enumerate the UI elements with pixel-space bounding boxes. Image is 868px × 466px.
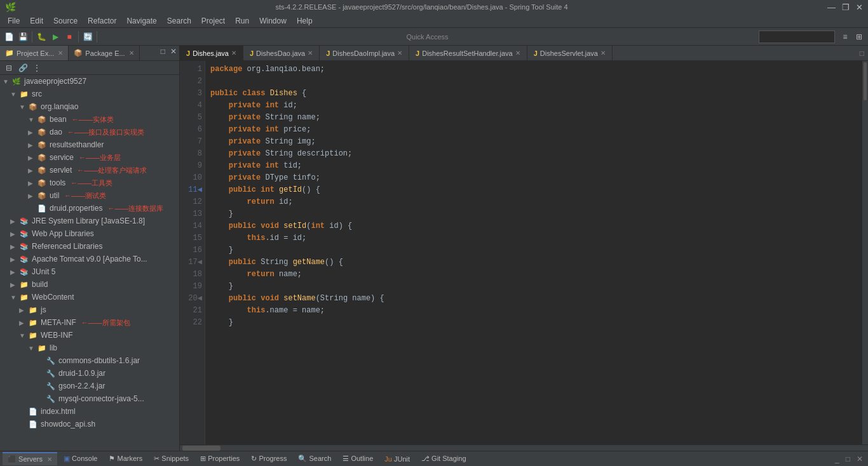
bottom-maximize[interactable]: □ [843, 453, 853, 465]
menu-help[interactable]: Help [292, 15, 318, 27]
menu-search[interactable]: Search [162, 15, 196, 27]
sidebar-menu-button[interactable]: ⋮ [31, 62, 43, 74]
tab-dishes-dao[interactable]: J DishesDao.java ✕ [243, 46, 320, 60]
src-icon: 📁 [19, 89, 29, 99]
tree-item-bean[interactable]: ▼ 📦 bean ←——实体类 [0, 113, 179, 126]
tree-item-webapp-libs[interactable]: ▶ 📚 Web App Libraries [0, 227, 179, 240]
tree-item-tomcat[interactable]: ▶ 📚 Apache Tomcat v9.0 [Apache To... [0, 253, 179, 265]
tab-search[interactable]: 🔍 Search [293, 453, 336, 465]
toolbar-layout-button[interactable]: ⊞ [853, 30, 865, 43]
tree-item-showdoc[interactable]: ▶ 📄 showdoc_api.sh [0, 418, 179, 430]
build-icon: 📁 [19, 279, 29, 290]
tree-item-dao[interactable]: ▶ 📦 dao ←——接口及接口实现类 [0, 126, 179, 138]
tab-package-explorer[interactable]: 📦 Package E... ✕ [69, 46, 139, 60]
new-button[interactable]: 📄 [3, 30, 15, 43]
tree-item-src[interactable]: ▼ 📁 src [0, 88, 179, 100]
tree-item-servlet[interactable]: ▶ 📦 servlet ←——处理客户端请求 [0, 164, 179, 176]
tree-item-druid-jar[interactable]: ▶ 🔧 druid-1.0.9.jar [0, 367, 179, 380]
menu-source[interactable]: Source [48, 15, 83, 27]
rsh-icon: 📦 [37, 140, 47, 150]
bottom-close[interactable]: ✕ [854, 453, 865, 465]
code-editor[interactable]: package org.lanqiao.bean; public class D… [205, 61, 862, 444]
menu-window[interactable]: Window [254, 15, 292, 27]
tree-item-build[interactable]: ▶ 📁 build [0, 278, 179, 291]
dishes-dao-icon: J [250, 50, 254, 57]
tab-markers[interactable]: ⚑ Markers [104, 453, 147, 465]
tree-item-service[interactable]: ▶ 📦 service ←——业务层 [0, 151, 179, 164]
tab-outline[interactable]: ☰ Outline [337, 453, 378, 465]
refresh-button[interactable]: 🔄 [81, 30, 94, 43]
tab-snippets[interactable]: ✂ Snippets [149, 453, 194, 465]
menu-file[interactable]: File [3, 15, 25, 27]
menu-refactor[interactable]: Refactor [83, 15, 121, 27]
stop-button[interactable]: ■ [63, 30, 76, 43]
druid-jar-label: druid-1.0.9.jar [58, 369, 105, 378]
collapse-all-button[interactable]: ⊟ [3, 62, 15, 74]
tree-item-tools[interactable]: ▶ 📦 tools ←——工具类 [0, 176, 179, 189]
horizontal-scrollbar[interactable] [180, 444, 868, 451]
tab-dishes-result-set-handler[interactable]: J DishesResultSetHandler.java ✕ [409, 46, 527, 60]
tab-dishes-servlet[interactable]: J DishesServlet.java ✕ [527, 46, 613, 60]
dishes-servlet-close[interactable]: ✕ [600, 50, 606, 57]
junit-tab-label: JUnit [394, 455, 410, 463]
dishes-java-close[interactable]: ✕ [231, 50, 236, 57]
menu-run[interactable]: Run [230, 15, 254, 27]
tab-properties[interactable]: ⊞ Properties [195, 453, 245, 465]
scrollbar-thumb[interactable] [864, 62, 867, 100]
tree-item-druid-properties[interactable]: ▶ 📄 druid.properties ←——连接数据库 [0, 202, 179, 215]
menu-project[interactable]: Project [196, 15, 230, 27]
tree-item-util[interactable]: ▶ 📦 util ←——测试类 [0, 189, 179, 202]
tab-progress[interactable]: ↻ Progress [246, 453, 292, 465]
editor-scrollbar[interactable] [862, 61, 868, 444]
project-explorer-close[interactable]: ✕ [58, 50, 63, 57]
tree-item-js[interactable]: ▶ 📁 js [0, 303, 179, 316]
menu-navigate[interactable]: Navigate [121, 15, 161, 27]
tree-item-webcontent[interactable]: ▼ 📁 WebContent [0, 291, 179, 303]
tree-item-resultsethandler[interactable]: ▶ 📦 resultsethandler [0, 138, 179, 151]
tree-item-jre[interactable]: ▶ 📚 JRE System Library [JavaSE-1.8] [0, 215, 179, 227]
bean-icon: 📦 [37, 114, 47, 124]
servers-close[interactable]: ✕ [47, 456, 52, 463]
package-explorer-close[interactable]: ✕ [129, 50, 134, 57]
dishes-rsh-close[interactable]: ✕ [515, 50, 520, 57]
editor-maximize[interactable]: □ [856, 48, 868, 59]
save-button[interactable]: 💾 [17, 30, 29, 43]
run-button[interactable]: ▶ [49, 30, 62, 43]
tree-item-meta-inf[interactable]: ▶ 📁 META-INF ←——所需架包 [0, 316, 179, 329]
bottom-minimize[interactable]: _ [832, 453, 842, 465]
minimize-button[interactable]: — [827, 3, 836, 12]
tree-item-mysql-jar[interactable]: ▶ 🔧 mysql-connector-java-5... [0, 392, 179, 405]
toolbar-menu-button[interactable]: ≡ [839, 30, 851, 43]
tree-item-referenced-libs[interactable]: ▶ 📚 Referenced Libraries [0, 240, 179, 253]
link-editor-button[interactable]: 🔗 [17, 62, 29, 74]
tree-arrow-webapp: ▶ [10, 230, 19, 237]
tab-dishes-dao-impl[interactable]: J DishesDaoImpl.java ✕ [320, 46, 409, 60]
progress-icon: ↻ [251, 455, 257, 462]
quick-access-input[interactable] [759, 30, 835, 43]
markers-icon: ⚑ [109, 455, 115, 462]
close-button[interactable]: ✕ [856, 3, 863, 12]
tab-console[interactable]: ▣ Console [58, 453, 102, 465]
sidebar-close[interactable]: ✕ [168, 46, 179, 60]
tree-item-commons-dbutils[interactable]: ▶ 🔧 commons-dbutils-1.6.jar [0, 354, 179, 367]
tree-item-gson-jar[interactable]: ▶ 🔧 gson-2.2.4.jar [0, 380, 179, 392]
debug-button[interactable]: 🐛 [35, 30, 48, 43]
tab-junit[interactable]: Ju JUnit [379, 453, 415, 465]
tree-item-index-html[interactable]: ▶ 📄 index.html [0, 405, 179, 418]
tab-servers[interactable]: ⬛ Servers ✕ [3, 452, 57, 465]
tab-dishes-java[interactable]: J Dishes.java ✕ [180, 46, 243, 60]
tree-item-lib[interactable]: ▼ 📁 lib [0, 342, 179, 354]
tree-item-org-lanqiao[interactable]: ▼ 📦 org.lanqiao [0, 100, 179, 113]
tree-item-web-inf[interactable]: ▼ 📁 WEB-INF [0, 329, 179, 342]
sidebar-maximize[interactable]: □ [158, 46, 168, 60]
maximize-button[interactable]: ❐ [842, 3, 850, 12]
dishes-dao-impl-close[interactable]: ✕ [397, 50, 402, 57]
tab-project-explorer[interactable]: 📁 Project Ex... ✕ [0, 46, 69, 60]
tree-item-junit[interactable]: ▶ 📚 JUnit 5 [0, 265, 179, 278]
menu-edit[interactable]: Edit [25, 15, 48, 27]
h-scrollbar-thumb[interactable] [182, 446, 220, 451]
tab-git-staging[interactable]: ⎇ Git Staging [416, 453, 471, 465]
tree-item-project[interactable]: ▼ 🌿 javaeeproject9527 [0, 75, 179, 88]
tree-arrow-index: ▶ [19, 408, 28, 415]
dishes-dao-close[interactable]: ✕ [308, 50, 313, 57]
